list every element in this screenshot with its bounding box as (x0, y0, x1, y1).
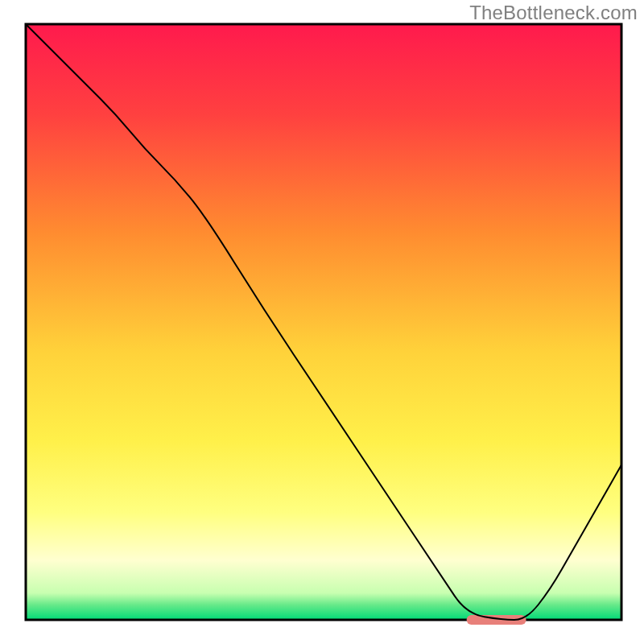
chart-svg (0, 0, 644, 644)
chart-container: TheBottleneck.com (0, 0, 644, 644)
